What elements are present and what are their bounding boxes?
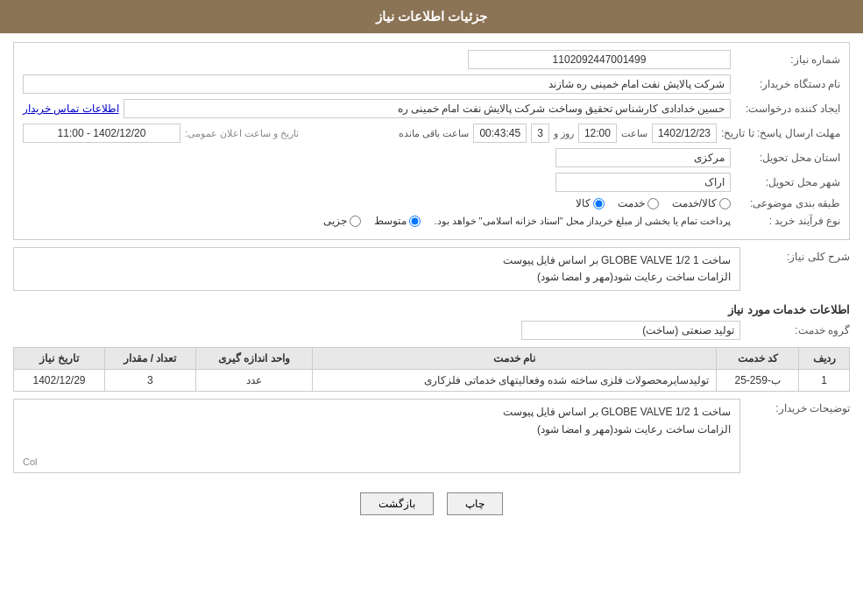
gorooh-row: گروه خدمت: تولید صنعتی (ساخت)	[13, 321, 850, 340]
cell-kod: ب-259-25	[717, 370, 799, 392]
sharh-row: شرح کلی نیاز: ساخت 1 1/2 GLOBE VALVE بر …	[13, 247, 850, 296]
shomare-niaz-row: شماره نیاز: 1102092447001499	[23, 50, 840, 69]
col-indicator: Col	[23, 457, 38, 467]
col-radif: ردیف	[799, 348, 850, 370]
page-header: جزئیات اطلاعات نیاز	[0, 0, 863, 33]
ostan-value: مرکزی	[555, 148, 731, 167]
gorooh-label: گروه خدمت:	[745, 324, 850, 336]
tawzihat-label: توضیحات خریدار:	[745, 399, 850, 414]
col-vahed: واحد اندازه گیری	[195, 348, 312, 370]
radio-kala-khedmat-item[interactable]: کالا/خدمت	[672, 197, 731, 209]
gorooh-value: تولید صنعتی (ساخت)	[521, 321, 740, 340]
radio-kala-label: کالا	[576, 197, 591, 209]
mohlet-rooz: 3	[531, 124, 549, 143]
shahr-label: شهر محل تحویل:	[735, 176, 840, 188]
table-row: 1 ب-259-25 تولیدسایرمحصولات فلزی ساخته ش…	[14, 370, 850, 392]
date-announce-value: 1402/12/20 - 11:00	[23, 124, 180, 143]
radio-kala-item[interactable]: کالا	[576, 197, 605, 209]
mohlet-remaining: 00:43:45	[473, 124, 527, 143]
shahr-row: شهر محل تحویل: اراک	[23, 173, 840, 192]
sharh-label: شرح کلی نیاز:	[745, 247, 850, 263]
ijad-link[interactable]: اطلاعات تماس خریدار	[23, 103, 119, 115]
dastgah-value: شرکت پالایش نفت امام خمینی ره شازند	[23, 74, 731, 94]
ostan-row: استان محل تحویل: مرکزی	[23, 148, 840, 167]
col-tedad: تعداد / مقدار	[105, 348, 196, 370]
main-form: شماره نیاز: 1102092447001499 نام دستگاه …	[13, 42, 850, 240]
tarighe-label: طبقه بندی موضوعی:	[735, 197, 840, 209]
print-button[interactable]: چاپ	[447, 492, 503, 515]
radio-khedmat[interactable]	[647, 198, 659, 209]
radio-motovasset-item[interactable]: متوسط	[374, 215, 421, 227]
radio-jozii-item[interactable]: جزیی	[323, 215, 361, 227]
mohlet-remaining-label: ساعت باقی مانده	[399, 128, 469, 139]
cell-name: تولیدسایرمحصولات فلزی ساخته شده وفعالیته…	[313, 370, 717, 392]
shomare-niaz-label: شماره نیاز:	[735, 53, 840, 66]
tawzihat-box: ساخت 1 1/2 GLOBE VALVE بر اساس فایل پیوس…	[13, 399, 740, 473]
cell-tarikh: 1402/12/29	[14, 370, 105, 392]
radio-kala-khedmat[interactable]	[719, 198, 731, 209]
nooe-row: نوع فرآیند خرید : پرداخت تمام یا بخشی از…	[23, 215, 840, 227]
tawzihat-row: توضیحات خریدار: ساخت 1 1/2 GLOBE VALVE ب…	[13, 399, 850, 478]
button-row: چاپ بازگشت	[13, 484, 850, 524]
sharh-value: ساخت 1 1/2 GLOBE VALVE بر اساس فایل پیوس…	[23, 252, 731, 286]
tawzihat-value: ساخت 1 1/2 GLOBE VALVE بر اساس فایل پیوس…	[23, 404, 731, 452]
nooe-note: پرداخت تمام یا بخشی از مبلغ خریداز محل "…	[434, 216, 731, 227]
dastgah-row: نام دستگاه خریدار: شرکت پالایش نفت امام …	[23, 74, 840, 94]
col-name: نام خدمت	[313, 348, 717, 370]
services-table: ردیف کد خدمت نام خدمت واحد اندازه گیری ت…	[13, 347, 850, 392]
ostan-label: استان محل تحویل:	[735, 152, 840, 164]
ijad-row: ایجاد کننده درخواست: حسین خدادادی کارشنا…	[23, 99, 840, 118]
radio-motovasset[interactable]	[409, 216, 421, 227]
cell-radif: 1	[799, 370, 850, 392]
tarighe-row: طبقه بندی موضوعی: کالا/خدمت خدمت کالا	[23, 197, 840, 209]
col-kod: کد خدمت	[717, 348, 799, 370]
radio-kala-khedmat-label: کالا/خدمت	[672, 197, 717, 209]
mohlet-date: 1402/12/23	[652, 124, 717, 143]
cell-tedad: 3	[105, 370, 196, 392]
ijad-value: حسین خدادادی کارشناس تحقیق وساخت شرکت پا…	[124, 99, 731, 118]
mohlet-label: مهلت ارسال پاسخ: تا تاریخ:	[721, 127, 840, 139]
date-announce-label: تاریخ و ساعت اعلان عمومی:	[185, 128, 299, 139]
radio-khedmat-item[interactable]: خدمت	[618, 197, 659, 209]
radio-jozii[interactable]	[350, 216, 361, 227]
mohlet-rooz-label: روز و	[554, 128, 574, 139]
shahr-value: اراک	[555, 173, 731, 192]
mohlet-saat-label: ساعت	[621, 128, 647, 139]
col-tarikh: تاریخ نیاز	[14, 348, 105, 370]
radio-kala[interactable]	[593, 198, 605, 209]
page-title: جزئیات اطلاعات نیاز	[376, 9, 487, 24]
radio-motovasset-label: متوسط	[374, 215, 407, 227]
nooe-label: نوع فرآیند خرید :	[735, 215, 840, 227]
cell-vahed: عدد	[195, 370, 312, 392]
back-button[interactable]: بازگشت	[360, 492, 434, 515]
sharh-box: ساخت 1 1/2 GLOBE VALVE بر اساس فایل پیوس…	[13, 247, 740, 291]
shomare-niaz-value: 1102092447001499	[468, 50, 731, 69]
tarighe-radio-group: کالا/خدمت خدمت کالا	[576, 197, 731, 209]
mohlet-saat: 12:00	[578, 124, 617, 143]
khadamat-title: اطلاعات خدمات مورد نیاز	[13, 303, 850, 316]
mohlet-row: مهلت ارسال پاسخ: تا تاریخ: 1402/12/23 سا…	[23, 124, 840, 143]
radio-khedmat-label: خدمت	[618, 197, 645, 209]
dastgah-label: نام دستگاه خریدار:	[735, 78, 840, 90]
nooe-radio-group: پرداخت تمام یا بخشی از مبلغ خریداز محل "…	[323, 215, 731, 227]
radio-jozii-label: جزیی	[323, 215, 347, 227]
ijad-label: ایجاد کننده درخواست:	[735, 103, 840, 115]
